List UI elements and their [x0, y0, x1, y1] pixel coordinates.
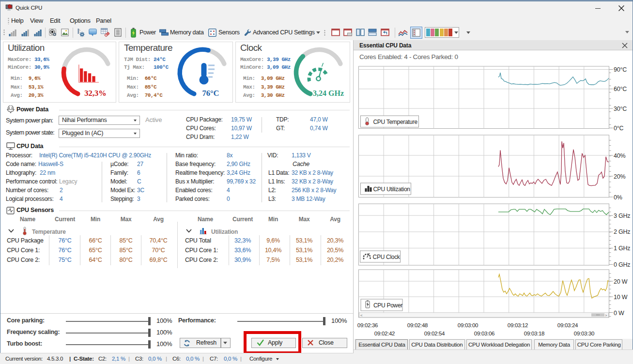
- svg-text:0°C: 0°C: [614, 125, 624, 132]
- svg-text:20%: 20%: [614, 173, 626, 180]
- svg-text:10 W: 10 W: [614, 294, 628, 301]
- svg-text:09:03:24: 09:03:24: [557, 322, 578, 328]
- svg-text:09:02:36: 09:02:36: [357, 322, 378, 328]
- svg-text:0 W: 0 W: [614, 310, 624, 317]
- svg-text:>: >: [605, 313, 607, 318]
- svg-text:3 GHz: 3 GHz: [614, 212, 630, 219]
- svg-text:30°C: 30°C: [614, 106, 627, 112]
- svg-text:20 W: 20 W: [614, 278, 628, 285]
- svg-text:CPU Power: CPU Power: [373, 302, 402, 309]
- svg-text:09:03:06: 09:03:06: [474, 331, 494, 336]
- svg-text:0%: 0%: [614, 194, 622, 201]
- svg-text:09:03:12: 09:03:12: [508, 322, 528, 328]
- svg-text:2 GHz: 2 GHz: [614, 228, 630, 235]
- svg-text:1 GHz: 1 GHz: [614, 245, 630, 252]
- svg-text:CPU Clock: CPU Clock: [373, 254, 401, 260]
- svg-text:40%: 40%: [614, 152, 626, 159]
- svg-text:0 GHz: 0 GHz: [614, 261, 630, 268]
- svg-text:60°C: 60°C: [614, 86, 627, 92]
- svg-text:<: <: [360, 313, 363, 318]
- svg-text:CPU Temperature: CPU Temperature: [373, 119, 418, 125]
- svg-text:CPU Utilization: CPU Utilization: [373, 186, 410, 193]
- svg-text:09:03:30: 09:03:30: [574, 331, 594, 336]
- svg-text:09:02:42: 09:02:42: [374, 331, 395, 336]
- svg-text:09:03:18: 09:03:18: [524, 331, 544, 336]
- svg-text:90°C: 90°C: [614, 66, 627, 73]
- svg-text:09:03:00: 09:03:00: [458, 322, 478, 328]
- svg-text:09:02:48: 09:02:48: [407, 322, 428, 328]
- svg-text:09:02:54: 09:02:54: [424, 331, 445, 336]
